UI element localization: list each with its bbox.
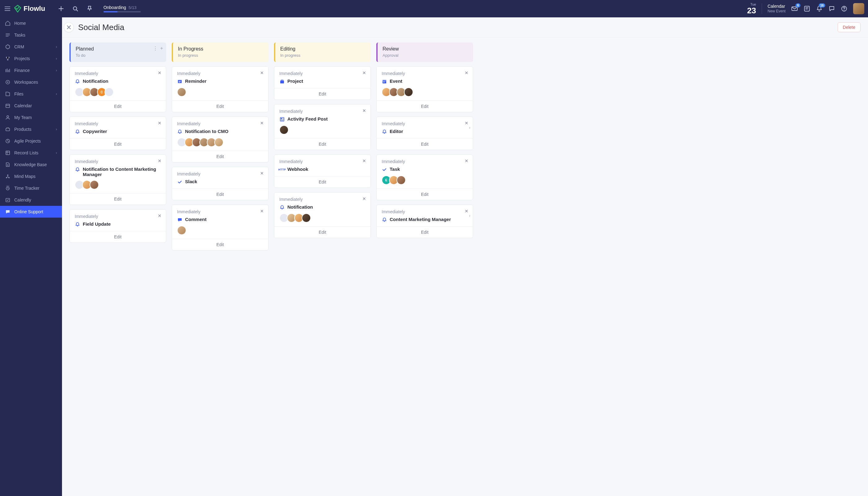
member-avatar[interactable] [90, 180, 99, 189]
sidebar-item-my-team[interactable]: My Team [0, 112, 62, 123]
card-close-icon[interactable]: ✕ [362, 108, 366, 113]
bell-icon[interactable]: 16 [816, 5, 823, 12]
card[interactable]: ✕ImmediatelyHTTPWebhookEdit [274, 154, 371, 188]
card-close-icon[interactable]: ✕ [465, 71, 468, 75]
onboarding-widget[interactable]: Onboarding 5/13 [104, 5, 141, 12]
pin-icon[interactable] [86, 5, 93, 12]
card-close-icon[interactable]: ✕ [260, 71, 264, 75]
notes-icon[interactable] [804, 5, 810, 12]
card-edit-button[interactable]: Edit [274, 226, 370, 238]
search-icon[interactable] [72, 5, 79, 12]
card-close-icon[interactable]: ✕ [362, 158, 366, 164]
card[interactable]: ✕ImmediatelySlackEdit [172, 167, 268, 200]
card-close-icon[interactable]: ✕ [158, 121, 161, 126]
menu-toggle-icon[interactable] [4, 5, 11, 12]
card-close-icon[interactable]: ✕ [465, 208, 468, 214]
sidebar-item-finance[interactable]: Finance› [0, 64, 62, 76]
card[interactable]: ✕ImmediatelyEditor›Edit [376, 117, 473, 150]
member-avatar[interactable] [177, 88, 186, 97]
card-close-icon[interactable]: ✕ [465, 121, 468, 126]
sidebar-item-calendly[interactable]: Calendly [0, 194, 62, 206]
bell-icon [177, 129, 183, 135]
card-edit-button[interactable]: Edit [70, 231, 166, 243]
sidebar-item-crm[interactable]: CRM› [0, 41, 62, 53]
user-avatar[interactable] [853, 3, 864, 14]
card-edit-button[interactable]: Edit [274, 88, 370, 99]
member-avatar[interactable] [177, 226, 186, 235]
card-edit-button[interactable]: Edit [172, 188, 268, 200]
card-edit-button[interactable]: Edit [70, 138, 166, 150]
sidebar-item-files[interactable]: Files› [0, 88, 62, 100]
card[interactable]: ✕ImmediatelyNotificationEdit [274, 192, 371, 238]
card[interactable]: ✕ImmediatelyCommentEdit [172, 205, 268, 250]
member-avatar[interactable] [397, 175, 406, 185]
card-edit-button[interactable]: Edit [274, 176, 370, 188]
card-edit-button[interactable]: Edit [377, 138, 473, 150]
column-header[interactable]: In ProgressIn progress [172, 43, 268, 62]
card-close-icon[interactable]: ✕ [260, 208, 264, 214]
date-widget[interactable]: Tue 23 [747, 2, 756, 15]
card[interactable]: ✕ImmediatelyEventEdit [376, 66, 473, 112]
sidebar-item-time-tracker[interactable]: Time Tracker [0, 182, 62, 194]
card[interactable]: ✕ImmediatelyNotification to Content Mark… [69, 154, 166, 205]
card[interactable]: ✕ImmediatelyCopywriterEdit [69, 117, 166, 150]
sidebar-item-products[interactable]: Products› [0, 123, 62, 135]
card-edit-button[interactable]: Edit [377, 100, 473, 112]
sidebar-item-record-lists[interactable]: Record Lists› [0, 147, 62, 159]
card[interactable]: ✕ImmediatelyActivity Feed PostEdit [274, 104, 371, 150]
chat-icon[interactable] [828, 5, 835, 12]
card-edit-button[interactable]: Edit [377, 226, 473, 238]
member-avatar[interactable] [279, 125, 289, 135]
calendar-widget[interactable]: Calendar New Event [768, 4, 786, 13]
sidebar-item-projects[interactable]: Projects› [0, 53, 62, 64]
card-edit-button[interactable]: Edit [377, 188, 473, 200]
column-header[interactable]: ReviewApproval [376, 43, 473, 62]
add-icon[interactable] [58, 5, 64, 12]
bell-icon [279, 205, 285, 210]
card-close-icon[interactable]: ✕ [465, 158, 468, 164]
sidebar-item-label: Record Lists [14, 150, 38, 155]
help-icon[interactable] [841, 5, 848, 12]
card-close-icon[interactable]: ✕ [260, 121, 264, 126]
sidebar-item-tasks[interactable]: Tasks [0, 29, 62, 41]
card-close-icon[interactable]: ✕ [158, 158, 161, 164]
close-page-button[interactable] [64, 22, 74, 32]
card-edit-button[interactable]: Edit [172, 151, 268, 162]
member-avatar[interactable] [301, 213, 311, 222]
card-edit-button[interactable]: Edit [172, 239, 268, 250]
card[interactable]: ✕ImmediatelyReminderEdit [172, 66, 268, 112]
column-header[interactable]: PlannedTo do⋮+ [69, 43, 166, 62]
card-close-icon[interactable]: ✕ [362, 71, 366, 75]
member-avatar[interactable] [105, 88, 114, 97]
sidebar-item-workspaces[interactable]: Workspaces [0, 76, 62, 88]
card[interactable]: ✕ImmediatelyNotificationCEdit [69, 66, 166, 112]
sidebar-item-online-support[interactable]: Online Support [0, 206, 62, 218]
card[interactable]: ✕ImmediatelyProjectEdit [274, 66, 371, 100]
sidebar-item-knowledge-base[interactable]: Knowledge Base [0, 159, 62, 170]
column-add-icon[interactable]: + [160, 46, 163, 51]
sidebar-item-agile-projects[interactable]: Agile Projects [0, 135, 62, 147]
card-edit-button[interactable]: Edit [172, 100, 268, 112]
card[interactable]: ✕ImmediatelyNotification to CMOEdit [172, 117, 268, 162]
mail-icon[interactable]: 6 [791, 5, 798, 12]
sidebar-item-mind-maps[interactable]: Mind Maps [0, 170, 62, 182]
card[interactable]: ✕ImmediatelyTaskEEdit [376, 154, 473, 200]
card-close-icon[interactable]: ✕ [362, 196, 366, 201]
member-avatar[interactable] [404, 88, 413, 97]
chevron-right-icon: › [56, 151, 57, 155]
sidebar-item-calendar[interactable]: Calendar [0, 100, 62, 112]
card-edit-button[interactable]: Edit [70, 100, 166, 112]
delete-button[interactable]: Delete [838, 22, 861, 32]
member-avatar[interactable] [214, 138, 223, 147]
card-close-icon[interactable]: ✕ [158, 71, 161, 75]
card-close-icon[interactable]: ✕ [158, 213, 161, 218]
column-menu-icon[interactable]: ⋮ [153, 46, 158, 51]
card-edit-button[interactable]: Edit [70, 193, 166, 205]
card-close-icon[interactable]: ✕ [260, 171, 264, 176]
sidebar-item-home[interactable]: Home [0, 17, 62, 29]
card[interactable]: ✕ImmediatelyField UpdateEdit [69, 209, 166, 243]
column-header[interactable]: EditingIn progress [274, 43, 371, 62]
app-logo[interactable]: Flowlu [14, 5, 45, 13]
card[interactable]: ✕ImmediatelyContent Marketing Manager›Ed… [376, 205, 473, 238]
card-edit-button[interactable]: Edit [274, 138, 370, 150]
